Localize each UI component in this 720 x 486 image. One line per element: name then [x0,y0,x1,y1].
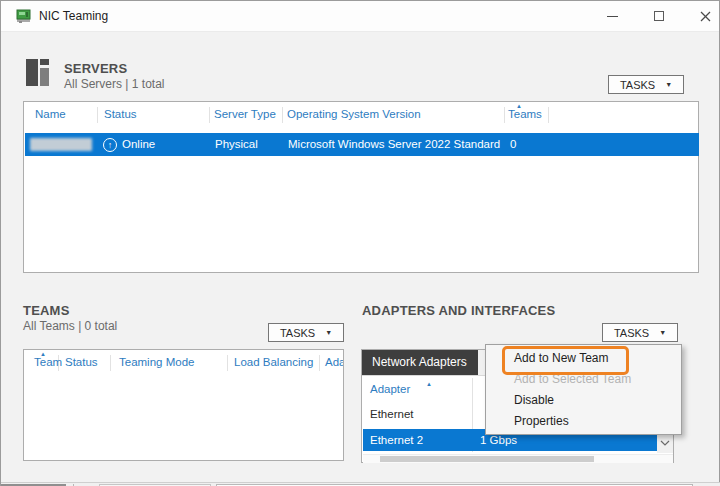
window-title: NIC Teaming [39,1,108,31]
adapters-section-title: ADAPTERS AND INTERFACES [362,303,555,318]
chevron-down-icon [660,440,670,446]
menu-item-disable[interactable]: Disable [486,390,681,411]
server-status: Online [122,133,155,156]
column-header-teaming-mode[interactable]: Teaming Mode [119,356,194,368]
column-header-team[interactable]: Team [34,356,62,368]
server-type: Physical [215,133,258,156]
server-name-redacted [30,138,92,151]
nic-teaming-window: NIC Teaming SERVERS All Servers | 1 tota… [0,0,720,486]
sort-ascending-icon: ▲ [516,103,522,109]
servers-section-title: SERVERS [64,61,127,76]
column-header-server-type[interactable]: Server Type [214,108,276,120]
adapter-name: Ethernet [370,408,413,420]
adapters-tasks-label: TASKS [614,327,649,339]
server-row-selected[interactable]: ↑ Online Physical Microsoft Windows Serv… [25,133,699,156]
teams-tasks-button[interactable]: TASKS ▼ [268,323,344,342]
nic-teaming-app-icon [15,8,33,24]
column-header-adapter[interactable]: Adapter [370,383,410,395]
column-header-status[interactable]: Status [104,108,137,120]
column-header-team-status[interactable]: Status [65,356,98,368]
column-header-os-version[interactable]: Operating System Version [287,108,421,120]
teams-section-subtitle: All Teams | 0 total [23,319,117,333]
adapter-context-menu: Add to New Team Add to Selected Team Dis… [485,344,682,435]
horizontal-scrollbar[interactable] [363,454,673,463]
server-os-version: Microsoft Windows Server 2022 Standard [288,133,500,156]
teams-tasks-label: TASKS [280,327,315,339]
adapters-tasks-button[interactable]: TASKS ▼ [602,323,678,342]
tab-network-adapters[interactable]: Network Adapters [362,350,478,375]
column-header-adapters-clipped[interactable]: Ada [325,356,344,368]
adapter-name: Ethernet 2 [370,429,423,451]
servers-section-subtitle: All Servers | 1 total [64,77,165,91]
teams-table: Team ▲ Status Teaming Mode Load Balancin… [23,349,344,461]
teams-section-title: TEAMS [23,303,70,318]
column-header-name[interactable]: Name [35,108,66,120]
menu-item-add-to-new-team[interactable]: Add to New Team [486,348,681,369]
menu-item-properties[interactable]: Properties [486,411,681,432]
servers-table: Name Status Server Type Operating System… [23,101,699,273]
title-bar: NIC Teaming [1,1,719,32]
clipped-bottom-section [1,482,720,486]
sort-ascending-icon: ▲ [40,351,46,357]
column-header-teams[interactable]: Teams [508,108,542,120]
scroll-down-button[interactable] [657,433,673,453]
server-teams-count: 0 [510,133,516,156]
dropdown-caret-icon: ▼ [659,329,666,336]
maximize-button[interactable] [644,1,674,31]
minimize-button[interactable] [597,1,627,31]
servers-tasks-button[interactable]: TASKS ▼ [608,75,684,94]
close-button[interactable] [690,1,720,31]
servers-tasks-label: TASKS [620,79,655,91]
horizontal-scrollbar-thumb[interactable] [380,456,594,462]
menu-item-add-to-selected-team[interactable]: Add to Selected Team [486,369,681,390]
dropdown-caret-icon: ▼ [325,329,332,336]
sort-ascending-icon: ▲ [426,381,432,387]
dropdown-caret-icon: ▼ [665,81,672,88]
online-status-icon: ↑ [103,138,117,152]
column-header-load-balancing[interactable]: Load Balancing [234,356,313,368]
